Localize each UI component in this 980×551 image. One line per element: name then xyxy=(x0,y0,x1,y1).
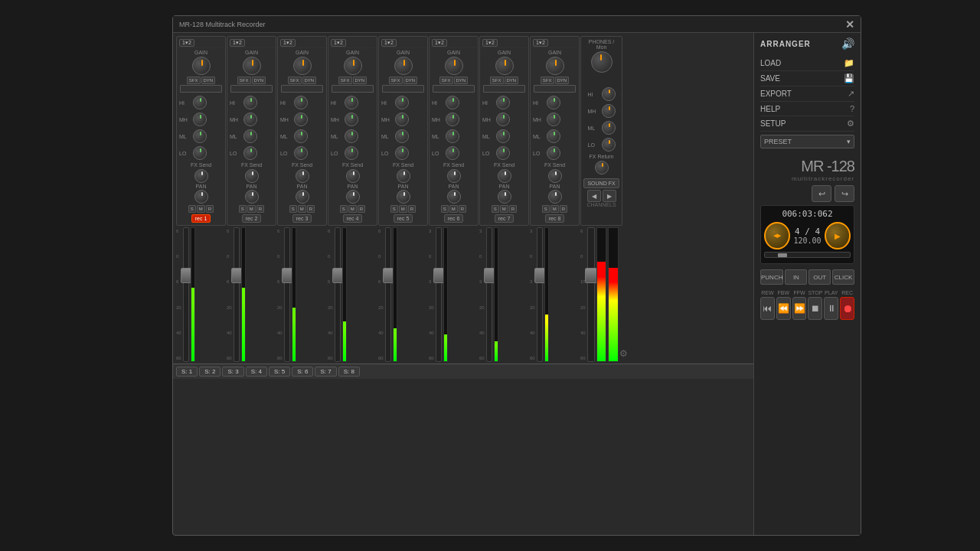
ch3-eq-dropdown[interactable] xyxy=(281,85,323,93)
ch3-sfx-btn[interactable]: SFX xyxy=(288,77,302,84)
ch-next-btn[interactable]: ▶ xyxy=(603,190,616,202)
scene-s7[interactable]: S: 7 xyxy=(315,367,336,377)
setup-menu-item[interactable]: SETUP ⚙ xyxy=(760,116,854,132)
stop-button[interactable]: ⏹ xyxy=(808,297,822,320)
ch7-pan-knob[interactable] xyxy=(498,190,511,204)
ch8-rec-btn[interactable]: rec 8 xyxy=(545,214,565,223)
ch1-hi-knob[interactable] xyxy=(193,96,207,109)
scene-s8[interactable]: S: 8 xyxy=(338,367,360,377)
in-button[interactable]: IN xyxy=(785,269,807,285)
click-button[interactable]: CLICK xyxy=(832,269,854,285)
ch1-dyn-btn[interactable]: DYN xyxy=(201,77,216,84)
ch1-gain-knob[interactable] xyxy=(192,57,211,75)
ch1-input-selector[interactable]: 1▾2 xyxy=(178,38,224,48)
ch1-eq-dropdown[interactable] xyxy=(180,85,222,93)
punch-button[interactable]: PUNCH xyxy=(760,269,783,285)
ch7-dyn-btn[interactable]: DYN xyxy=(505,77,519,84)
master-gain-knob[interactable] xyxy=(591,51,612,73)
ch2-rec-btn[interactable]: rec 2 xyxy=(242,214,262,223)
ch5-r-btn[interactable]: R xyxy=(408,205,416,213)
ch3-mh-knob[interactable] xyxy=(294,112,308,126)
ch5-eq-dropdown[interactable] xyxy=(382,85,424,93)
ch7-sfx-btn[interactable]: SFX xyxy=(490,77,504,84)
master-lo-knob[interactable] xyxy=(602,138,616,152)
jog-knob[interactable] xyxy=(764,222,790,249)
ch8-m-btn[interactable]: M xyxy=(550,205,559,213)
ch5-m-btn[interactable]: M xyxy=(399,205,407,213)
ch2-gain-knob[interactable] xyxy=(243,57,261,75)
ch3-hi-knob[interactable] xyxy=(294,96,308,109)
ch4-r-btn[interactable]: R xyxy=(358,205,365,213)
ch2-input-selector[interactable]: 1▾2 xyxy=(228,38,275,48)
fader-master-track[interactable] xyxy=(587,227,595,362)
sound-fx-btn[interactable]: SOUND FX xyxy=(583,178,619,188)
ch8-s-btn[interactable]: S xyxy=(542,205,550,213)
preset-selector[interactable]: PRESET ▾ xyxy=(760,135,854,148)
ch5-lo-knob[interactable] xyxy=(395,146,409,160)
master-ml-knob[interactable] xyxy=(602,121,616,135)
ch4-fx-knob[interactable] xyxy=(346,169,360,183)
ch2-lo-knob[interactable] xyxy=(243,146,257,160)
load-menu-item[interactable]: LOAD 📁 xyxy=(760,56,854,71)
ch4-ml-knob[interactable] xyxy=(345,129,358,143)
fader-ch4-track[interactable] xyxy=(335,227,341,362)
scene-s3[interactable]: S: 3 xyxy=(222,367,243,377)
close-button[interactable]: ✕ xyxy=(845,18,854,31)
ch1-r-btn[interactable]: R xyxy=(206,205,214,213)
ch8-ml-knob[interactable] xyxy=(547,129,560,143)
ch4-hi-knob[interactable] xyxy=(345,96,358,109)
ch8-eq-dropdown[interactable] xyxy=(534,85,576,93)
shuttle-knob[interactable] xyxy=(825,222,851,249)
ch3-dyn-btn[interactable]: DYN xyxy=(302,77,317,84)
ch6-s-btn[interactable]: S xyxy=(441,205,449,213)
scene-s4[interactable]: S: 4 xyxy=(246,367,267,377)
ch1-sfx-btn[interactable]: SFX xyxy=(187,77,201,84)
master-fx-knob[interactable] xyxy=(595,161,609,174)
ch2-hi-knob[interactable] xyxy=(243,96,257,109)
export-menu-item[interactable]: EXPORT ↗ xyxy=(760,86,854,102)
ch1-rec-btn[interactable]: rec 1 xyxy=(191,214,211,223)
ch2-fx-knob[interactable] xyxy=(245,169,259,183)
ch3-ml-knob[interactable] xyxy=(294,129,308,143)
ch2-r-btn[interactable]: R xyxy=(256,205,264,213)
ch6-ml-knob[interactable] xyxy=(446,129,459,143)
ch2-s-btn[interactable]: S xyxy=(239,205,247,213)
ch6-lo-knob[interactable] xyxy=(446,146,459,160)
ch2-eq-dropdown[interactable] xyxy=(230,85,273,93)
fader-ch3-track[interactable] xyxy=(284,227,290,362)
rew-button[interactable]: ⏮ xyxy=(760,297,775,320)
ch8-lo-knob[interactable] xyxy=(547,146,560,160)
ch1-pan-knob[interactable] xyxy=(194,190,208,204)
fader-ch2-track[interactable] xyxy=(234,227,240,362)
ch8-r-btn[interactable]: R xyxy=(560,205,567,213)
rec-button[interactable]: ⏺ xyxy=(840,297,854,320)
ch7-r-btn[interactable]: R xyxy=(509,205,517,213)
ch4-eq-dropdown[interactable] xyxy=(332,85,374,93)
ch2-dyn-btn[interactable]: DYN xyxy=(252,77,266,84)
ch5-mh-knob[interactable] xyxy=(395,112,409,126)
ch4-s-btn[interactable]: S xyxy=(340,205,348,213)
ch4-mh-knob[interactable] xyxy=(345,112,358,126)
ch5-gain-knob[interactable] xyxy=(394,57,413,75)
ch-prev-btn[interactable]: ◀ xyxy=(587,190,601,202)
fader-ch5-track[interactable] xyxy=(385,227,391,362)
ch5-s-btn[interactable]: S xyxy=(390,205,398,213)
ch5-dyn-btn[interactable]: DYN xyxy=(403,77,418,84)
ch6-mh-knob[interactable] xyxy=(446,112,459,126)
ch1-lo-knob[interactable] xyxy=(193,146,207,160)
ch4-dyn-btn[interactable]: DYN xyxy=(353,77,368,84)
settings-icon[interactable]: ⚙ xyxy=(619,348,628,359)
arranger-icon[interactable]: 🔊 xyxy=(841,37,854,50)
ch4-rec-btn[interactable]: rec 4 xyxy=(343,214,363,223)
ch4-pan-knob[interactable] xyxy=(346,190,360,204)
ch8-sfx-btn[interactable]: SFX xyxy=(541,77,554,84)
ch7-hi-knob[interactable] xyxy=(496,96,510,109)
scene-s1[interactable]: S: 1 xyxy=(176,367,198,377)
ch2-ml-knob[interactable] xyxy=(243,129,257,143)
ch8-gain-knob[interactable] xyxy=(546,57,564,75)
fader-master-handle[interactable] xyxy=(585,268,597,283)
ch6-r-btn[interactable]: R xyxy=(459,205,466,213)
ch3-pan-knob[interactable] xyxy=(296,190,309,204)
ch4-gain-knob[interactable] xyxy=(344,57,362,75)
play-pause-button[interactable]: ⏸ xyxy=(824,297,838,320)
